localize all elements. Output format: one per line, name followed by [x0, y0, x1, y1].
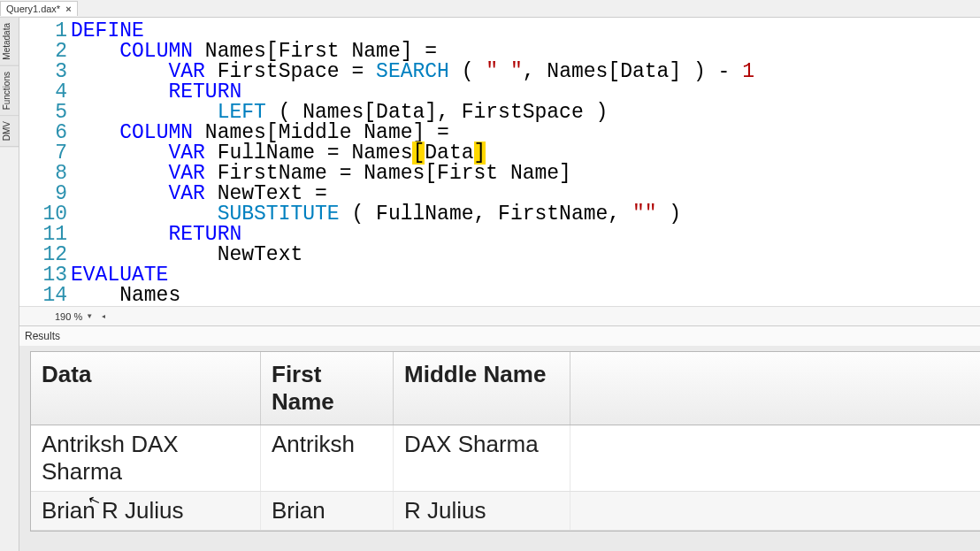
line-number: 4 [19, 82, 71, 103]
code-line[interactable]: COLUMN Names[Middle Name] = [71, 123, 754, 143]
results-panel: Data First Name Middle Name Antriksh DAX… [19, 346, 980, 551]
line-number: 6 [19, 123, 71, 143]
results-tab[interactable]: Results [19, 325, 980, 346]
file-tab[interactable]: Query1.dax* × [0, 1, 78, 16]
code-line[interactable]: VAR FullName = Names[Data] [71, 143, 754, 164]
table-cell[interactable]: Brian R Julius [31, 492, 261, 530]
code-line[interactable]: DEFINE [71, 21, 754, 42]
code-line[interactable]: COLUMN Names[First Name] = [71, 42, 754, 62]
line-number: 5 [19, 103, 71, 123]
table-cell[interactable]: DAX Sharma [394, 425, 570, 491]
close-icon[interactable]: × [65, 4, 71, 14]
line-number: 2 [19, 42, 71, 62]
side-tab-dmv[interactable]: DMV [0, 116, 19, 147]
line-number: 13 [19, 265, 71, 286]
code-line[interactable]: RETURN [71, 225, 754, 245]
line-number: 1 [19, 21, 71, 42]
zoom-bar: 190 % ▼ ◂ [19, 306, 980, 325]
line-number: 11 [19, 225, 71, 245]
code-editor[interactable]: 1234567891011121314 DEFINE COLUMN Names[… [19, 18, 980, 306]
code-line[interactable]: SUBSTITUTE ( FullName, FirstName, "" ) [71, 204, 754, 225]
tab-title: Query1.dax* [6, 4, 60, 14]
scroll-left-icon[interactable]: ◂ [102, 312, 105, 320]
col-header-data[interactable]: Data [31, 352, 261, 425]
code-area[interactable]: DEFINE COLUMN Names[First Name] = VAR Fi… [71, 18, 754, 306]
line-number: 3 [19, 62, 71, 82]
zoom-dropdown-icon[interactable]: ▼ [86, 312, 93, 320]
side-tab-functions[interactable]: Functions [0, 66, 19, 116]
code-line[interactable]: LEFT ( Names[Data], FirstSpace ) [71, 103, 754, 123]
table-cell[interactable]: Antriksh DAX Sharma [31, 425, 261, 491]
code-line[interactable]: VAR NewText = [71, 184, 754, 204]
tab-bar: Query1.dax* × [0, 0, 980, 18]
results-grid[interactable]: Data First Name Middle Name Antriksh DAX… [30, 351, 980, 532]
table-row[interactable]: Antriksh DAX SharmaAntrikshDAX Sharma [31, 425, 980, 492]
line-number: 12 [19, 245, 71, 265]
col-header-middlename[interactable]: Middle Name [394, 352, 570, 425]
code-line[interactable]: VAR FirstName = Names[First Name] [71, 164, 754, 184]
table-cell[interactable]: Antriksh [261, 425, 394, 491]
line-number: 7 [19, 143, 71, 164]
grid-body: Antriksh DAX SharmaAntrikshDAX SharmaBri… [31, 425, 980, 531]
code-line[interactable]: NewText [71, 245, 754, 265]
line-number: 10 [19, 204, 71, 225]
table-cell[interactable]: Brian [261, 492, 394, 530]
code-line[interactable]: EVALUATE [71, 265, 754, 286]
table-row[interactable]: Brian R JuliusBrianR Julius [31, 492, 980, 531]
code-line[interactable]: RETURN [71, 82, 754, 103]
code-line[interactable]: Names [71, 286, 754, 306]
code-line[interactable]: VAR FirstSpace = SEARCH ( " ", Names[Dat… [71, 62, 754, 82]
line-number: 9 [19, 184, 71, 204]
line-number: 14 [19, 286, 71, 306]
grid-header: Data First Name Middle Name [31, 352, 980, 425]
line-gutter: 1234567891011121314 [19, 18, 71, 306]
side-tab-metadata[interactable]: Metadata [0, 18, 19, 66]
table-cell[interactable]: R Julius [394, 492, 570, 530]
line-number: 8 [19, 164, 71, 184]
side-tab-strip: Metadata Functions DMV [0, 18, 19, 551]
col-header-firstname[interactable]: First Name [261, 352, 394, 425]
zoom-value[interactable]: 190 % [55, 311, 82, 322]
